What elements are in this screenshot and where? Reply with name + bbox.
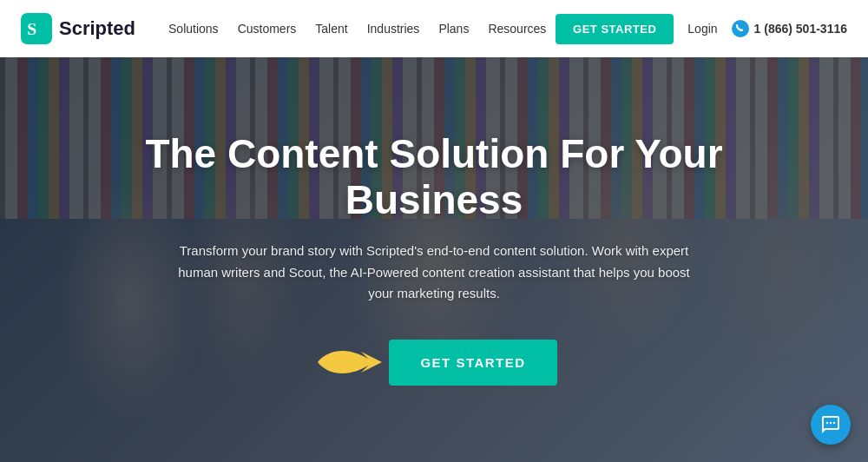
hero-subtitle: Transform your brand story with Scripted… <box>174 241 694 305</box>
svg-point-4 <box>833 422 835 424</box>
get-started-nav-button[interactable]: GET STARTED <box>556 14 674 44</box>
logo-text: Scripted <box>59 17 135 40</box>
yellow-arrow-icon <box>311 336 389 388</box>
phone-area[interactable]: 1 (866) 501-3116 <box>732 20 847 37</box>
nav-solutions[interactable]: Solutions <box>161 18 226 39</box>
cta-row: GET STARTED <box>311 336 556 388</box>
svg-text:S: S <box>27 19 36 38</box>
logo-link[interactable]: S Scripted <box>21 13 135 44</box>
svg-point-3 <box>830 422 832 424</box>
nav-industries[interactable]: Industries <box>360 18 427 39</box>
nav-customers[interactable]: Customers <box>231 18 304 39</box>
hero-content: The Content Solution For Your Business T… <box>0 57 868 462</box>
chat-bubble-button[interactable] <box>811 405 851 445</box>
nav-right: GET STARTED Login 1 (866) 501-3116 <box>556 14 847 44</box>
svg-point-2 <box>826 422 828 424</box>
hero-section: The Content Solution For Your Business T… <box>0 57 868 462</box>
chat-icon <box>820 414 841 435</box>
login-link[interactable]: Login <box>687 22 717 36</box>
nav-links: Solutions Customers Talent Industries Pl… <box>161 18 556 39</box>
nav-talent[interactable]: Talent <box>308 18 354 39</box>
get-started-hero-button[interactable]: GET STARTED <box>389 340 556 386</box>
phone-number: 1 (866) 501-3116 <box>754 22 847 36</box>
scripted-logo-icon: S <box>21 13 52 44</box>
hero-title: The Content Solution For Your Business <box>69 131 799 223</box>
nav-plans[interactable]: Plans <box>431 18 476 39</box>
nav-resources[interactable]: Resources <box>481 18 553 39</box>
phone-icon <box>732 20 749 37</box>
navbar: S Scripted Solutions Customers Talent In… <box>0 0 868 57</box>
